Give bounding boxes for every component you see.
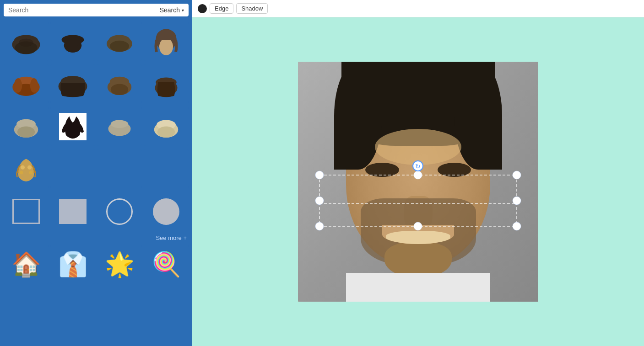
edge-button[interactable]: Edge — [210, 3, 233, 14]
photo-container: ↻ — [298, 62, 538, 302]
sticker-grid-row1 — [0, 20, 192, 63]
beard-icon — [10, 28, 42, 55]
shape-square-filled — [59, 199, 87, 224]
sticker-grid-row3 — [0, 105, 192, 148]
beard-icon — [150, 113, 182, 140]
svg-point-36 — [27, 165, 32, 169]
emoji-house-item[interactable]: 🏠 — [4, 245, 49, 284]
shape-circle-filled — [153, 198, 179, 225]
svg-rect-6 — [68, 39, 78, 45]
beard-icon — [57, 70, 89, 98]
lollipop-emoji: 🍭 — [152, 250, 181, 278]
svg-point-3 — [19, 38, 33, 47]
beard-icon — [150, 70, 182, 98]
emoji-banana-item[interactable]: 🌟 — [97, 245, 142, 284]
canvas-area[interactable]: ↻ — [192, 17, 644, 346]
beard-icon — [10, 70, 42, 98]
chevron-down-icon: ▾ — [182, 8, 184, 13]
emoji-shirt-item[interactable]: 👔 — [50, 245, 95, 284]
svg-point-15 — [14, 78, 22, 93]
shape-square-outline-item[interactable] — [4, 192, 49, 231]
svg-point-11 — [159, 38, 173, 55]
search-input[interactable] — [8, 6, 156, 14]
banana-emoji: 🌟 — [105, 250, 135, 278]
svg-point-31 — [111, 120, 129, 128]
sticker-item[interactable] — [97, 64, 142, 103]
emoji-grid: 🏠 👔 🌟 🍭 — [0, 243, 192, 286]
shape-circle-outline-item[interactable] — [97, 192, 142, 231]
left-panel: Search ▾ — [0, 0, 192, 346]
sticker-item-empty — [50, 149, 95, 188]
shape-circle-outline — [106, 198, 133, 225]
sticker-item[interactable] — [4, 64, 49, 103]
house-emoji: 🏠 — [11, 250, 41, 278]
toolbar: Edge Shadow — [192, 0, 644, 17]
svg-point-28 — [65, 124, 69, 128]
shape-circle-filled-item[interactable] — [144, 192, 189, 231]
svg-point-34 — [157, 126, 175, 138]
shapes-grid — [0, 190, 192, 233]
svg-point-21 — [111, 84, 129, 95]
sticker-grid-row4 — [0, 148, 192, 190]
svg-point-29 — [77, 124, 81, 128]
sticker-item-empty — [144, 149, 189, 188]
sticker-item[interactable] — [4, 149, 49, 188]
svg-point-35 — [21, 165, 25, 169]
emoji-lollipop-item[interactable]: 🍭 — [144, 245, 189, 284]
beard-icon — [57, 28, 89, 55]
sticker-item[interactable] — [4, 22, 49, 61]
sticker-item[interactable] — [50, 64, 95, 103]
svg-point-16 — [30, 78, 38, 93]
shirt-emoji: 👔 — [58, 250, 88, 278]
svg-point-38 — [29, 170, 33, 174]
sticker-item[interactable] — [144, 107, 189, 146]
beard-icon — [10, 113, 42, 140]
hair-icon — [150, 28, 182, 55]
svg-point-37 — [20, 170, 23, 174]
sticker-item[interactable] — [144, 64, 189, 103]
see-more-button[interactable]: See more + — [156, 234, 187, 241]
beard-icon — [103, 70, 135, 98]
beard-icon — [10, 155, 42, 183]
beard-icon — [103, 28, 135, 55]
search-label: Search — [160, 6, 180, 14]
search-bar: Search ▾ — [4, 4, 189, 16]
sticker-item[interactable] — [50, 107, 95, 146]
shape-square-outline — [12, 199, 40, 224]
sticker-item[interactable] — [97, 22, 142, 61]
sticker-item[interactable] — [97, 107, 142, 146]
svg-point-9 — [110, 40, 129, 52]
svg-point-26 — [17, 126, 35, 138]
sticker-item[interactable] — [50, 22, 95, 61]
beard-icon — [103, 113, 135, 140]
search-button[interactable]: Search ▾ — [160, 6, 184, 14]
sticker-grid-row2 — [0, 63, 192, 105]
sticker-item-empty — [97, 149, 142, 188]
see-more-row: See more + — [0, 233, 192, 243]
shadow-button[interactable]: Shadow — [236, 3, 268, 14]
sticker-item[interactable] — [4, 107, 49, 146]
right-panel: Edge Shadow — [192, 0, 644, 346]
color-picker-dot[interactable] — [198, 4, 207, 13]
beard-icon — [57, 113, 89, 140]
sticker-item[interactable] — [144, 22, 189, 61]
face-photo — [298, 62, 538, 302]
shape-square-filled-item[interactable] — [50, 192, 95, 231]
